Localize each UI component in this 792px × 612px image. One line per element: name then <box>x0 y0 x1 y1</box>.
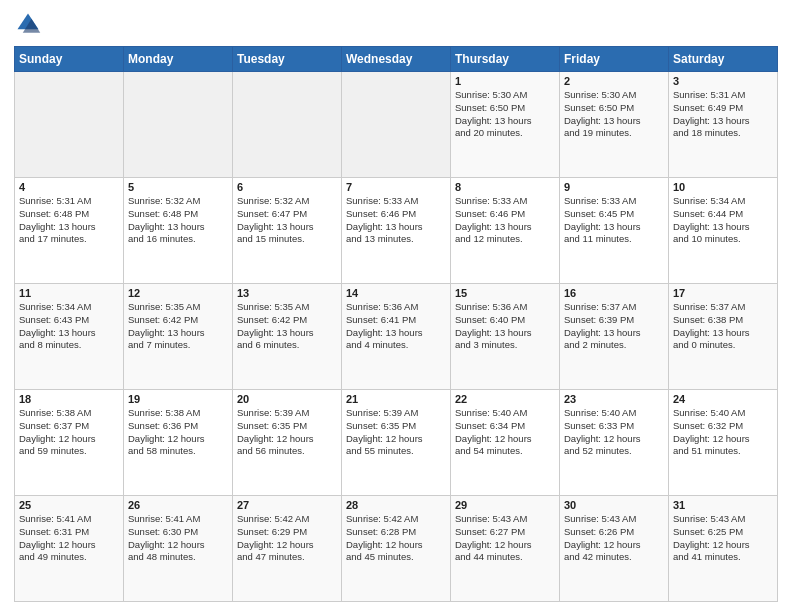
day-cell: 7Sunrise: 5:33 AM Sunset: 6:46 PM Daylig… <box>342 178 451 284</box>
day-number: 22 <box>455 393 555 405</box>
day-number: 10 <box>673 181 773 193</box>
day-info: Sunrise: 5:35 AM Sunset: 6:42 PM Dayligh… <box>128 301 228 352</box>
day-cell: 15Sunrise: 5:36 AM Sunset: 6:40 PM Dayli… <box>451 284 560 390</box>
day-cell: 1Sunrise: 5:30 AM Sunset: 6:50 PM Daylig… <box>451 72 560 178</box>
day-info: Sunrise: 5:35 AM Sunset: 6:42 PM Dayligh… <box>237 301 337 352</box>
day-cell: 31Sunrise: 5:43 AM Sunset: 6:25 PM Dayli… <box>669 496 778 602</box>
day-info: Sunrise: 5:40 AM Sunset: 6:34 PM Dayligh… <box>455 407 555 458</box>
day-info: Sunrise: 5:31 AM Sunset: 6:48 PM Dayligh… <box>19 195 119 246</box>
day-info: Sunrise: 5:30 AM Sunset: 6:50 PM Dayligh… <box>564 89 664 140</box>
day-info: Sunrise: 5:38 AM Sunset: 6:36 PM Dayligh… <box>128 407 228 458</box>
day-info: Sunrise: 5:34 AM Sunset: 6:44 PM Dayligh… <box>673 195 773 246</box>
day-number: 3 <box>673 75 773 87</box>
day-info: Sunrise: 5:32 AM Sunset: 6:47 PM Dayligh… <box>237 195 337 246</box>
day-info: Sunrise: 5:33 AM Sunset: 6:45 PM Dayligh… <box>564 195 664 246</box>
day-number: 25 <box>19 499 119 511</box>
day-cell: 17Sunrise: 5:37 AM Sunset: 6:38 PM Dayli… <box>669 284 778 390</box>
col-header-wednesday: Wednesday <box>342 47 451 72</box>
day-cell: 10Sunrise: 5:34 AM Sunset: 6:44 PM Dayli… <box>669 178 778 284</box>
day-number: 28 <box>346 499 446 511</box>
day-number: 26 <box>128 499 228 511</box>
day-info: Sunrise: 5:43 AM Sunset: 6:25 PM Dayligh… <box>673 513 773 564</box>
day-info: Sunrise: 5:36 AM Sunset: 6:41 PM Dayligh… <box>346 301 446 352</box>
col-header-sunday: Sunday <box>15 47 124 72</box>
day-cell: 18Sunrise: 5:38 AM Sunset: 6:37 PM Dayli… <box>15 390 124 496</box>
day-number: 17 <box>673 287 773 299</box>
day-cell <box>233 72 342 178</box>
day-info: Sunrise: 5:42 AM Sunset: 6:29 PM Dayligh… <box>237 513 337 564</box>
day-number: 24 <box>673 393 773 405</box>
day-info: Sunrise: 5:36 AM Sunset: 6:40 PM Dayligh… <box>455 301 555 352</box>
day-cell: 9Sunrise: 5:33 AM Sunset: 6:45 PM Daylig… <box>560 178 669 284</box>
day-info: Sunrise: 5:37 AM Sunset: 6:38 PM Dayligh… <box>673 301 773 352</box>
logo <box>14 10 46 38</box>
day-number: 5 <box>128 181 228 193</box>
day-info: Sunrise: 5:38 AM Sunset: 6:37 PM Dayligh… <box>19 407 119 458</box>
day-info: Sunrise: 5:33 AM Sunset: 6:46 PM Dayligh… <box>346 195 446 246</box>
day-number: 23 <box>564 393 664 405</box>
calendar-table: SundayMondayTuesdayWednesdayThursdayFrid… <box>14 46 778 602</box>
day-cell: 25Sunrise: 5:41 AM Sunset: 6:31 PM Dayli… <box>15 496 124 602</box>
day-cell: 4Sunrise: 5:31 AM Sunset: 6:48 PM Daylig… <box>15 178 124 284</box>
day-info: Sunrise: 5:42 AM Sunset: 6:28 PM Dayligh… <box>346 513 446 564</box>
col-header-tuesday: Tuesday <box>233 47 342 72</box>
col-header-monday: Monday <box>124 47 233 72</box>
page: SundayMondayTuesdayWednesdayThursdayFrid… <box>0 0 792 612</box>
col-header-saturday: Saturday <box>669 47 778 72</box>
day-cell: 12Sunrise: 5:35 AM Sunset: 6:42 PM Dayli… <box>124 284 233 390</box>
day-number: 12 <box>128 287 228 299</box>
week-row-5: 25Sunrise: 5:41 AM Sunset: 6:31 PM Dayli… <box>15 496 778 602</box>
day-info: Sunrise: 5:39 AM Sunset: 6:35 PM Dayligh… <box>346 407 446 458</box>
day-number: 18 <box>19 393 119 405</box>
day-number: 9 <box>564 181 664 193</box>
day-cell: 11Sunrise: 5:34 AM Sunset: 6:43 PM Dayli… <box>15 284 124 390</box>
day-info: Sunrise: 5:41 AM Sunset: 6:31 PM Dayligh… <box>19 513 119 564</box>
day-cell: 5Sunrise: 5:32 AM Sunset: 6:48 PM Daylig… <box>124 178 233 284</box>
logo-icon <box>14 10 42 38</box>
day-number: 14 <box>346 287 446 299</box>
day-cell: 19Sunrise: 5:38 AM Sunset: 6:36 PM Dayli… <box>124 390 233 496</box>
header <box>14 10 778 38</box>
header-row: SundayMondayTuesdayWednesdayThursdayFrid… <box>15 47 778 72</box>
day-number: 21 <box>346 393 446 405</box>
day-number: 30 <box>564 499 664 511</box>
day-number: 15 <box>455 287 555 299</box>
day-number: 20 <box>237 393 337 405</box>
day-info: Sunrise: 5:39 AM Sunset: 6:35 PM Dayligh… <box>237 407 337 458</box>
day-cell: 3Sunrise: 5:31 AM Sunset: 6:49 PM Daylig… <box>669 72 778 178</box>
day-cell <box>342 72 451 178</box>
day-number: 4 <box>19 181 119 193</box>
day-number: 31 <box>673 499 773 511</box>
day-cell: 24Sunrise: 5:40 AM Sunset: 6:32 PM Dayli… <box>669 390 778 496</box>
day-number: 2 <box>564 75 664 87</box>
day-cell: 26Sunrise: 5:41 AM Sunset: 6:30 PM Dayli… <box>124 496 233 602</box>
day-info: Sunrise: 5:40 AM Sunset: 6:32 PM Dayligh… <box>673 407 773 458</box>
day-cell: 16Sunrise: 5:37 AM Sunset: 6:39 PM Dayli… <box>560 284 669 390</box>
day-info: Sunrise: 5:30 AM Sunset: 6:50 PM Dayligh… <box>455 89 555 140</box>
day-cell: 30Sunrise: 5:43 AM Sunset: 6:26 PM Dayli… <box>560 496 669 602</box>
day-number: 7 <box>346 181 446 193</box>
day-info: Sunrise: 5:34 AM Sunset: 6:43 PM Dayligh… <box>19 301 119 352</box>
day-cell: 29Sunrise: 5:43 AM Sunset: 6:27 PM Dayli… <box>451 496 560 602</box>
day-number: 16 <box>564 287 664 299</box>
week-row-3: 11Sunrise: 5:34 AM Sunset: 6:43 PM Dayli… <box>15 284 778 390</box>
day-number: 1 <box>455 75 555 87</box>
week-row-4: 18Sunrise: 5:38 AM Sunset: 6:37 PM Dayli… <box>15 390 778 496</box>
col-header-thursday: Thursday <box>451 47 560 72</box>
day-number: 19 <box>128 393 228 405</box>
day-number: 8 <box>455 181 555 193</box>
day-number: 11 <box>19 287 119 299</box>
day-cell: 22Sunrise: 5:40 AM Sunset: 6:34 PM Dayli… <box>451 390 560 496</box>
day-cell: 28Sunrise: 5:42 AM Sunset: 6:28 PM Dayli… <box>342 496 451 602</box>
day-info: Sunrise: 5:37 AM Sunset: 6:39 PM Dayligh… <box>564 301 664 352</box>
day-info: Sunrise: 5:43 AM Sunset: 6:27 PM Dayligh… <box>455 513 555 564</box>
day-cell <box>124 72 233 178</box>
day-cell: 13Sunrise: 5:35 AM Sunset: 6:42 PM Dayli… <box>233 284 342 390</box>
day-cell: 2Sunrise: 5:30 AM Sunset: 6:50 PM Daylig… <box>560 72 669 178</box>
day-info: Sunrise: 5:41 AM Sunset: 6:30 PM Dayligh… <box>128 513 228 564</box>
col-header-friday: Friday <box>560 47 669 72</box>
day-cell: 20Sunrise: 5:39 AM Sunset: 6:35 PM Dayli… <box>233 390 342 496</box>
day-number: 27 <box>237 499 337 511</box>
day-cell <box>15 72 124 178</box>
week-row-2: 4Sunrise: 5:31 AM Sunset: 6:48 PM Daylig… <box>15 178 778 284</box>
